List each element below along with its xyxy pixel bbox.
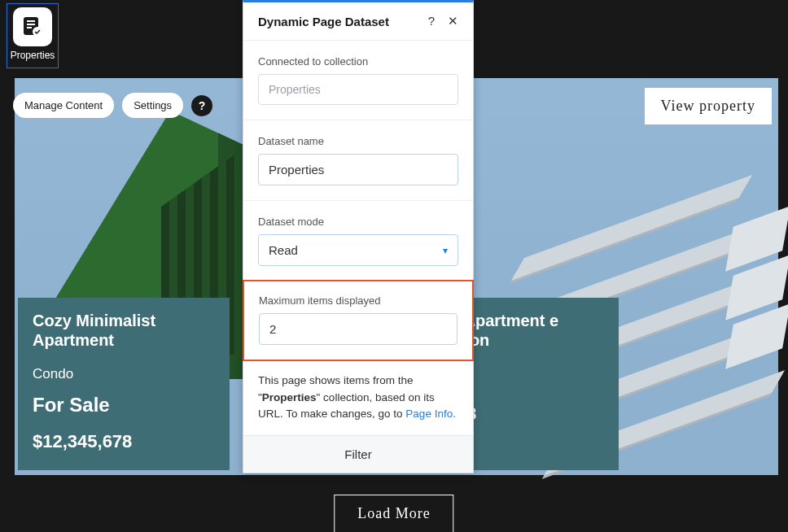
property-status: For Sale bbox=[33, 394, 215, 416]
property-type: Condo bbox=[33, 366, 215, 382]
connected-collection-value: Properties bbox=[258, 74, 458, 105]
help-icon[interactable]: ? bbox=[191, 95, 212, 116]
svg-rect-1 bbox=[27, 20, 35, 22]
dataset-element-label: Properties bbox=[11, 50, 55, 61]
svg-rect-2 bbox=[27, 24, 35, 25]
page-info-link[interactable]: Page Info. bbox=[405, 408, 456, 420]
settings-button[interactable]: Settings bbox=[122, 93, 183, 118]
filter-button[interactable]: Filter bbox=[243, 435, 473, 473]
dataset-icon bbox=[13, 7, 52, 46]
close-icon[interactable]: ✕ bbox=[448, 14, 458, 28]
max-items-label: Maximum items displayed bbox=[259, 294, 457, 307]
dataset-name-label: Dataset name bbox=[258, 135, 458, 147]
max-items-section: Maximum items displayed bbox=[243, 280, 474, 361]
svg-rect-3 bbox=[27, 27, 32, 28]
property-card: Cozy Minimalist Apartment Condo For Sale… bbox=[18, 298, 230, 470]
connected-collection-label: Connected to collection bbox=[258, 55, 458, 68]
panel-title: Dynamic Page Dataset bbox=[258, 15, 389, 28]
dataset-mode-select[interactable]: Read ▾ bbox=[258, 234, 458, 266]
property-title: Cozy Minimalist Apartment bbox=[33, 311, 215, 350]
property-price: $12,345,678 bbox=[33, 431, 215, 452]
panel-info-text: This page shows items from the "Properti… bbox=[258, 373, 458, 422]
dataset-element[interactable]: Properties bbox=[7, 3, 59, 68]
dataset-name-input[interactable] bbox=[258, 154, 458, 185]
dataset-mode-label: Dataset mode bbox=[258, 216, 458, 228]
manage-content-button[interactable]: Manage Content bbox=[13, 93, 114, 118]
chevron-down-icon: ▾ bbox=[443, 245, 448, 256]
dataset-settings-panel: Dynamic Page Dataset ? ✕ Connected to co… bbox=[243, 0, 474, 473]
dataset-mode-value: Read bbox=[269, 243, 298, 257]
panel-help-icon[interactable]: ? bbox=[428, 14, 435, 28]
view-property-button[interactable]: View property bbox=[645, 88, 772, 124]
max-items-input[interactable] bbox=[259, 313, 457, 345]
load-more-button[interactable]: Load More bbox=[334, 495, 453, 532]
